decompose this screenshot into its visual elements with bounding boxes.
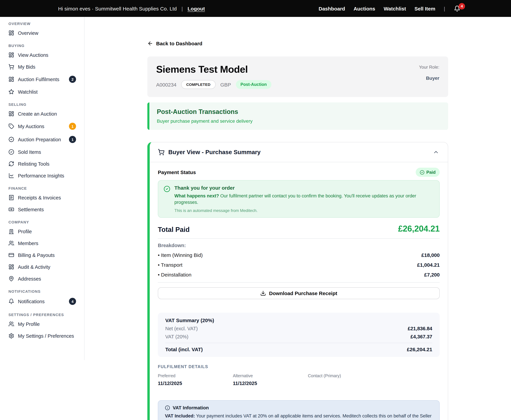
logout-link[interactable]: Logout (188, 6, 205, 11)
total-paid-row: Total Paid £26,204.21 (158, 224, 440, 233)
banner-title: Post-Auction Transactions (157, 108, 441, 116)
fulfilment-contact-col: Contact (Primary) (308, 374, 440, 387)
dashboard-grid-icon (8, 30, 14, 36)
nav-sell-item[interactable]: Sell Item (415, 6, 435, 11)
vat-included-line: VAT Included: Your payment includes VAT … (165, 413, 433, 420)
role-label: Your Role: (419, 65, 439, 70)
sidebar-item-label: Overview (18, 30, 76, 36)
sidebar-item-view-auctions[interactable]: View Auctions (0, 49, 84, 61)
order-confirmation-box: Thank you for your order What happens ne… (158, 180, 440, 218)
sidebar-item-settlements[interactable]: Settlements (0, 203, 84, 215)
auction-header-card: Siemens Test Model A000234 COMPLETED GBP… (147, 56, 448, 97)
sidebar-item-my-profile[interactable]: My Profile (0, 318, 84, 330)
purchase-summary-header[interactable]: Buyer View - Purchase Summary (150, 142, 448, 162)
sidebar-item-watchlist[interactable]: Watchlist (0, 86, 84, 98)
role-column: Your Role: Buyer (419, 64, 439, 89)
nav-dashboard[interactable]: Dashboard (318, 6, 345, 11)
sidebar-item-label: My Profile (18, 321, 76, 327)
sidebar-item-relisting-tools[interactable]: Relisting Tools (0, 158, 84, 170)
fulfilment-details-title: FULFILMENT DETAILS (158, 364, 440, 369)
topbar-nav: Dashboard Auctions Watchlist Sell Item |… (318, 5, 460, 12)
count-badge: 1 (69, 136, 76, 143)
collapse-button[interactable] (432, 148, 440, 156)
vat-total-row: Total (incl. VAT) £26,204.21 (165, 346, 432, 352)
sidebar-item-audit-activity[interactable]: Audit & Activity (0, 261, 84, 273)
dashboard-grid-icon (8, 264, 14, 270)
sidebar-item-create-auction[interactable]: Create an Auction (0, 108, 84, 120)
sidebar-item-label: Auction Fulfilments (18, 76, 65, 82)
sidebar-section-buying: BUYING View Auctions My Bids Auction Ful… (0, 44, 84, 98)
arrow-left-icon (147, 41, 153, 46)
currency-label: GBP (220, 82, 231, 87)
sidebar-item-label: Performance Insights (18, 173, 76, 178)
circle-check-icon (8, 149, 14, 155)
topbar: Hi simon eves · Summitwell Health Suppli… (0, 0, 511, 17)
badge-check-icon (8, 136, 14, 142)
section-title: COMPANY (0, 220, 84, 224)
section-title: OVERVIEW (0, 22, 84, 26)
notification-count-badge: 4 (459, 3, 465, 9)
thank-you-title: Thank you for your order (174, 185, 433, 191)
purchase-summary-title: Buyer View - Purchase Summary (168, 149, 429, 156)
sidebar-item-auction-preparation[interactable]: Auction Preparation 1 (0, 133, 84, 146)
vat-net-row: Net (excl. VAT) £21,836.84 (165, 326, 432, 331)
dashboard-grid-icon (8, 111, 14, 117)
auction-badge-row: A000234 COMPLETED GBP Post-Auction (156, 80, 272, 89)
sidebar-item-label: My Settings / Preferences (18, 333, 76, 338)
back-to-dashboard-link[interactable]: Back to Dashboard (147, 41, 202, 46)
vat-summary-box: VAT Summary (20%) Net (excl. VAT) £21,83… (158, 313, 440, 357)
sidebar-item-notifications[interactable]: Notifications 4 (0, 295, 84, 308)
sidebar-item-label: Watchlist (18, 89, 76, 95)
nav-auctions[interactable]: Auctions (354, 6, 375, 11)
receipt-icon (8, 195, 14, 201)
total-paid-label: Total Paid (158, 226, 190, 233)
auction-header-left: Siemens Test Model A000234 COMPLETED GBP… (156, 64, 272, 89)
sidebar-item-my-auctions[interactable]: My Auctions 1 (0, 120, 84, 133)
main-content: Back to Dashboard Siemens Test Model A00… (84, 17, 511, 420)
nav-watchlist[interactable]: Watchlist (384, 6, 406, 11)
sidebar-item-my-settings[interactable]: My Settings / Preferences (0, 330, 84, 342)
sidebar-item-label: Create an Auction (18, 111, 76, 116)
download-purchase-receipt-button[interactable]: Download Purchase Receipt (158, 287, 440, 299)
sidebar-item-profile[interactable]: Profile (0, 225, 84, 237)
topbar-user-area: Hi simon eves · Summitwell Health Suppli… (58, 6, 205, 11)
shopping-cart-icon (158, 149, 165, 156)
sidebar-item-members[interactable]: Members (0, 237, 84, 249)
thank-you-body: What happens next? Our fulfilment partne… (174, 193, 433, 205)
count-badge: 1 (69, 123, 76, 130)
purchase-summary-card: Buyer View - Purchase Summary Payment St… (147, 142, 448, 420)
divider (150, 162, 448, 162)
dashboard-grid-icon (8, 52, 14, 58)
section-title: BUYING (0, 44, 84, 48)
sidebar-item-sold-items[interactable]: Sold Items (0, 146, 84, 158)
divider (158, 282, 440, 283)
count-badge: 4 (69, 298, 76, 305)
tag-icon (8, 123, 14, 129)
check-circle-icon (163, 186, 170, 213)
auction-title: Siemens Test Model (156, 64, 272, 75)
sidebar-item-label: View Auctions (18, 52, 76, 58)
sidebar-item-performance-insights[interactable]: Performance Insights (0, 170, 84, 181)
shopping-cart-icon (8, 64, 14, 70)
post-auction-banner: Post-Auction Transactions Buyer purchase… (147, 102, 448, 130)
check-circle-icon (420, 170, 424, 175)
sidebar-item-receipts-invoices[interactable]: Receipts & Invoices (0, 192, 84, 203)
section-title: FINANCE (0, 186, 84, 190)
user-greeting: Hi simon eves · Summitwell Health Suppli… (58, 6, 177, 11)
sidebar-item-label: Members (18, 240, 76, 246)
sidebar-item-auction-fulfilments[interactable]: Auction Fulfilments 2 (0, 73, 84, 86)
gear-icon (8, 333, 14, 339)
sidebar-item-overview[interactable]: Overview (0, 27, 84, 39)
vat-information-title: VAT Information (173, 405, 209, 410)
breakdown-row-item: • Item (Winning Bid) £18,000 (158, 252, 440, 258)
topbar-separator: | (444, 6, 445, 11)
payment-status-row: Payment Status Paid (158, 168, 440, 177)
sidebar-section-finance: FINANCE Receipts & Invoices Settlements (0, 186, 84, 215)
chevron-up-icon (433, 149, 439, 155)
notifications-bell-button[interactable]: 4 (454, 5, 460, 12)
sidebar-item-my-bids[interactable]: My Bids (0, 61, 84, 73)
divider (158, 238, 440, 239)
sidebar-item-addresses[interactable]: Addresses (0, 273, 84, 285)
sidebar-section-overview: OVERVIEW Overview (0, 22, 84, 39)
sidebar-item-billing-payouts[interactable]: Billing & Payouts (0, 249, 84, 261)
